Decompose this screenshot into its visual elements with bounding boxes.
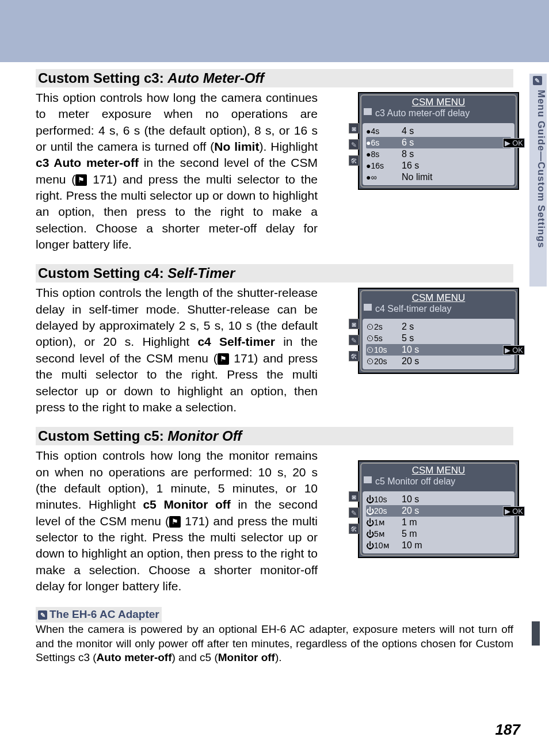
- heading-c4-italic: Self-Timer: [167, 265, 235, 281]
- csm-row: ●16s16 s: [366, 160, 511, 171]
- csm-row-icon: ⏻10s: [366, 495, 390, 504]
- csm-row: ●∞No limit: [366, 171, 511, 183]
- page-ref-icon: ⚑: [169, 516, 181, 528]
- csm-row: ●6s6 s▶ OK: [366, 137, 511, 148]
- heading-c3-italic: Auto Meter-Off: [167, 70, 264, 86]
- csm-row-label: 2 s: [390, 322, 511, 332]
- csm-row: ⏻5ᴍ5 m: [366, 528, 511, 540]
- csm-row-icon: ●4s: [366, 127, 390, 136]
- csm-row-icon: ⏻10ᴍ: [366, 541, 390, 550]
- csm-rows-c3: ●4s4 s●6s6 s▶ OK●8s8 s●16s16 s●∞No limit: [363, 123, 514, 185]
- side-tab: ✎ Menu Guide—Custom Settings: [529, 74, 547, 287]
- pencil-icon: ✎: [349, 507, 359, 518]
- note-title: ✎The EH-6 AC Adapter: [36, 607, 162, 623]
- csm-row-label: 5 m: [390, 529, 511, 539]
- wrench-icon: 🛠: [349, 155, 359, 166]
- heading-c3-prefix: Custom Setting c3:: [38, 70, 167, 86]
- csm-row: ⏻10s10 s: [366, 494, 511, 505]
- csm-side-icons: ◙ ✎ 🛠: [349, 123, 359, 166]
- heading-c5-italic: Monitor Off: [167, 428, 242, 444]
- camera-icon: ◙: [349, 319, 359, 329]
- bold-text: c4 Self-timer: [197, 335, 274, 348]
- csm-row: ⏲20s20 s: [366, 356, 511, 367]
- page-number: 187: [495, 721, 520, 739]
- heading-c4: Custom Setting c4: Self-Timer: [36, 264, 513, 282]
- csm-subtitle: c5 Monitor off delay: [361, 476, 516, 490]
- csm-row: ⏻1ᴍ1 m: [366, 517, 511, 528]
- ok-indicator: ▶ OK: [503, 506, 525, 516]
- csm-row-icon: ●∞: [366, 173, 390, 182]
- pencil-icon: ✎: [349, 139, 359, 150]
- csm-row: ⏲10s10 s▶ OK: [366, 344, 511, 356]
- page-ref: 171: [185, 514, 205, 528]
- text: ). Highlight: [259, 140, 318, 153]
- play-icon: [364, 108, 372, 115]
- bold-text: c5 Monitor off: [143, 498, 230, 511]
- text: ) and c5 (: [172, 651, 218, 663]
- top-header-band: [0, 0, 549, 62]
- pencil-icon: ✎: [349, 335, 359, 345]
- csm-row: ●8s8 s: [366, 148, 511, 160]
- body-c5: This option controls how long the monito…: [36, 448, 318, 594]
- ok-indicator: ▶ OK: [503, 345, 525, 355]
- csm-row-label: 1 m: [390, 517, 511, 528]
- csm-row-label: 5 s: [390, 333, 511, 343]
- csm-row-label: 10 m: [390, 540, 511, 551]
- csm-menu-c4: ◙ ✎ 🛠 CSM MENU c4 Self-timer delay ⏲2s2 …: [358, 288, 519, 374]
- csm-side-icons: ◙ ✎ 🛠: [349, 319, 359, 361]
- page-ref-icon: ⚑: [75, 174, 87, 186]
- csm-row-label: 4 s: [390, 126, 511, 136]
- page-ref: 171: [234, 352, 254, 365]
- note-eh6: ✎The EH-6 AC Adapter When the camera is …: [36, 607, 513, 665]
- csm-row-label: 20 s: [390, 506, 511, 516]
- heading-c4-prefix: Custom Setting c4:: [38, 265, 167, 281]
- text: ).: [275, 651, 282, 663]
- csm-row-icon: ⏻20s: [366, 506, 390, 516]
- bold-text: Monitor off: [218, 651, 275, 663]
- body-c3: This option controls how long the camera…: [36, 90, 318, 253]
- note-title-text: The EH-6 AC Adapter: [49, 608, 159, 620]
- csm-row-icon: ●6s: [366, 138, 390, 147]
- csm-title: CSM MENU: [361, 291, 516, 304]
- camera-icon: ◙: [349, 491, 359, 502]
- csm-row-icon: ⏻1ᴍ: [366, 518, 390, 527]
- pencil-icon: ✎: [533, 76, 542, 85]
- bold-text: c3 Auto meter-off: [36, 156, 139, 169]
- csm-row-icon: ●8s: [366, 150, 390, 159]
- csm-subtitle: c3 Auto meter-off delay: [361, 108, 516, 122]
- heading-c5-prefix: Custom Setting c5:: [38, 428, 167, 444]
- page-ref-icon: ⚑: [218, 353, 229, 365]
- note-body: When the camera is powered by an optiona…: [36, 623, 513, 665]
- heading-c3: Custom Setting c3: Auto Meter-Off: [36, 69, 513, 87]
- csm-row-icon: ⏲2s: [366, 322, 390, 331]
- csm-subtitle: c4 Self-timer delay: [361, 304, 516, 318]
- csm-row-label: No limit: [390, 172, 511, 182]
- csm-row-label: 10 s: [390, 494, 511, 505]
- csm-row-label: 10 s: [390, 345, 511, 355]
- csm-row-label: 16 s: [390, 161, 511, 171]
- play-icon: [364, 304, 372, 311]
- csm-row-label: 20 s: [390, 356, 511, 366]
- csm-menu-c3: ◙ ✎ 🛠 CSM MENU c3 Auto meter-off delay ●…: [358, 92, 519, 190]
- csm-row: ●4s4 s: [366, 125, 511, 137]
- csm-row: ⏲2s2 s: [366, 321, 511, 333]
- page-edge-marker: [532, 621, 540, 646]
- csm-row-icon: ⏲10s: [366, 345, 390, 354]
- csm-row-icon: ⏻5ᴍ: [366, 529, 390, 539]
- csm-title: CSM MENU: [361, 96, 516, 108]
- csm-row-label: 6 s: [390, 138, 511, 148]
- csm-row-icon: ⏲5s: [366, 334, 390, 343]
- csm-row-icon: ●16s: [366, 161, 390, 170]
- csm-rows-c5: ⏻10s10 s⏻20s20 s▶ OK⏻1ᴍ1 m⏻5ᴍ5 m⏻10ᴍ10 m: [363, 491, 514, 553]
- play-icon: [364, 476, 372, 483]
- csm-row: ⏻20s20 s▶ OK: [366, 505, 511, 517]
- side-tab-label: Menu Guide—Custom Settings: [536, 90, 547, 248]
- wrench-icon: 🛠: [349, 524, 359, 534]
- bold-text: Auto meter-off: [97, 651, 172, 663]
- page-ref: 171: [93, 173, 113, 186]
- body-c4: This option controls the length of the s…: [36, 285, 318, 415]
- bold-text: No limit: [214, 140, 259, 153]
- ok-indicator: ▶ OK: [503, 138, 525, 148]
- csm-row-label: 8 s: [390, 149, 511, 159]
- heading-c5: Custom Setting c5: Monitor Off: [36, 427, 513, 445]
